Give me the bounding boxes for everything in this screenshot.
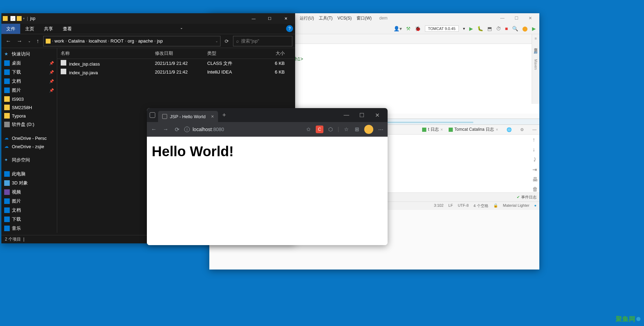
back-icon[interactable]: ← (150, 125, 158, 134)
user-icon[interactable]: 👤▾ (394, 26, 402, 31)
maximize-icon[interactable]: ☐ (509, 14, 523, 22)
run-min-icon[interactable]: — (532, 127, 537, 132)
encoding[interactable]: UTF-8 (458, 203, 469, 209)
sidebar-item[interactable]: Typora (1, 112, 57, 120)
run-globe-icon[interactable]: 🌐 (507, 127, 512, 132)
lock-icon[interactable]: 🔒 (493, 203, 498, 209)
print-icon[interactable]: 🖶 (532, 176, 538, 183)
menu-item[interactable]: 工具(T) (317, 14, 335, 23)
favorite-icon[interactable]: ✩ (305, 125, 312, 134)
extensions-icon[interactable]: ⬡ (327, 125, 334, 134)
sidebar-item[interactable]: 文档📌 (1, 77, 57, 86)
play-bar-icon[interactable]: ▶ (532, 26, 536, 31)
run-gear-icon[interactable]: ⚙ (520, 127, 524, 132)
sidebar-item[interactable]: 下载 (1, 215, 57, 224)
address-bar[interactable]: › work› Catalina› localhost› ROOT› org› … (43, 36, 220, 46)
menu-item[interactable]: VCS(S) (335, 14, 354, 22)
sidebar-item[interactable]: 图片📌 (1, 86, 57, 95)
close-log-icon[interactable]: × (496, 127, 498, 132)
crumb[interactable]: Catalina (68, 38, 85, 44)
reload-icon[interactable]: ⟳ (173, 125, 181, 134)
forward-icon[interactable]: → (162, 125, 170, 134)
explorer-sidebar[interactable]: ★快速访问桌面📌下载📌文档📌图片📌IS903SM2258HTypora软件盘 (… (1, 48, 57, 233)
coverage-icon[interactable]: ⬒ (487, 26, 492, 31)
history-dropdown-icon[interactable]: ⌄ (27, 38, 32, 44)
wrap-icon[interactable]: ⤸ (532, 156, 538, 163)
browser-tab[interactable]: JSP - Hello World × (158, 111, 218, 122)
sidebar-item[interactable]: 3D 对象 (1, 179, 57, 188)
back-icon[interactable]: ← (4, 37, 13, 46)
crumb[interactable]: apache (138, 38, 153, 44)
crumb[interactable]: jsp (157, 38, 163, 44)
menu-item[interactable]: 窗口(W) (354, 14, 374, 23)
sidebar-item[interactable]: IS903 (1, 95, 57, 103)
hammer-icon[interactable]: ⚒ (406, 26, 411, 31)
database-icon[interactable]: ≡ (534, 36, 537, 40)
crumb[interactable]: localhost (89, 38, 106, 44)
col-date[interactable]: 修改日期 (155, 50, 207, 56)
dropdown-icon[interactable]: ▾ (463, 26, 465, 31)
expand-ribbon-icon[interactable]: ⌄ (177, 24, 186, 34)
trash-icon[interactable]: 🗑 (532, 186, 538, 192)
search-box[interactable]: ⌕ 搜索"jsp" (233, 36, 292, 46)
close-icon[interactable]: ✕ (523, 14, 537, 22)
up-icon[interactable]: ↑ (532, 137, 538, 143)
profile-avatar[interactable] (364, 125, 373, 134)
site-info-icon[interactable]: i (184, 127, 190, 132)
crumb[interactable]: ROOT (111, 38, 124, 44)
address-dropdown-icon[interactable]: ⌄ (215, 39, 218, 43)
theme-name[interactable]: Material Lighter (503, 203, 530, 209)
close-icon[interactable]: ✕ (369, 109, 385, 121)
debug-icon[interactable]: 🐛 (477, 26, 483, 31)
sidebar-item[interactable]: 视频 (1, 188, 57, 197)
dropdown-icon[interactable]: ▾ (23, 17, 25, 20)
down-icon[interactable]: ↓ (532, 146, 538, 153)
col-size[interactable]: 大小 (249, 50, 292, 56)
minimize-icon[interactable]: — (495, 14, 509, 22)
maximize-icon[interactable]: ☐ (262, 13, 278, 24)
ribbon-share[interactable]: 共享 (39, 24, 58, 34)
maximize-icon[interactable]: ☐ (354, 109, 369, 121)
run-icon[interactable]: ▶ (469, 26, 473, 31)
col-name[interactable]: 名称 (61, 50, 155, 56)
ribbon-home[interactable]: 主页 (20, 24, 39, 34)
sidebar-item[interactable]: 下载📌 (1, 68, 57, 77)
ribbon-view[interactable]: 查看 (58, 24, 77, 34)
settings-icon[interactable]: ⬤ (522, 26, 528, 31)
events-tab[interactable]: ✔ 事件日志 (517, 195, 537, 200)
forward-icon[interactable]: → (15, 37, 24, 46)
sidebar-item[interactable]: 图片 (1, 197, 57, 206)
sidebar-item[interactable]: 桌面📌 (1, 59, 57, 68)
search-icon[interactable]: 🔍 (512, 26, 518, 31)
favorites-icon[interactable]: ☆ (343, 125, 350, 134)
new-tab-icon[interactable]: + (222, 112, 226, 119)
maven-m-icon[interactable]: m (534, 50, 538, 54)
sidebar-item[interactable]: 文档 (1, 206, 57, 215)
tab-overview-icon[interactable] (150, 112, 155, 118)
log-tab[interactable]: t 日志× (422, 127, 443, 132)
ribbon-file[interactable]: 文件 (1, 24, 20, 34)
sidebar-item[interactable]: ☁OneDrive - Persc (1, 134, 57, 142)
column-headers[interactable]: 名称 修改日期 类型 大小 (57, 48, 295, 59)
close-tab-icon[interactable]: × (211, 114, 214, 119)
indent-info[interactable]: 4 个空格 (473, 203, 488, 209)
file-row[interactable]: index_jsp.java2021/11/9 21:42IntelliJ ID… (57, 68, 295, 76)
close-log-icon[interactable]: × (441, 127, 443, 132)
run-config-selector[interactable]: TOMCAT 9.0.45 (425, 25, 459, 32)
refresh-icon[interactable]: ⟳ (223, 37, 230, 45)
scroll-icon[interactable]: ⇥ (532, 166, 538, 173)
menu-dots-icon[interactable]: ⋯ (377, 125, 385, 134)
checkbox-icon[interactable]: ✓ (10, 16, 15, 21)
menu-item[interactable]: 运行(U) (298, 14, 316, 23)
up-icon[interactable]: ↑ (35, 37, 40, 46)
sidebar-item[interactable]: 软件盘 (D:) (1, 120, 57, 129)
sidebar-item[interactable]: ☁OneDrive - zsjie (1, 142, 57, 151)
stop-icon[interactable]: ■ (505, 26, 508, 31)
line-ending[interactable]: LF (448, 203, 453, 209)
url-field[interactable]: i localhost:8080 (184, 127, 301, 132)
minimize-icon[interactable]: — (246, 13, 262, 24)
bug-run-icon[interactable]: 🐞 (415, 26, 421, 31)
sidebar-item[interactable]: 音乐 (1, 224, 57, 233)
cursor-pos[interactable]: 3:102 (434, 203, 444, 209)
extension-c-icon[interactable]: C (316, 126, 323, 133)
